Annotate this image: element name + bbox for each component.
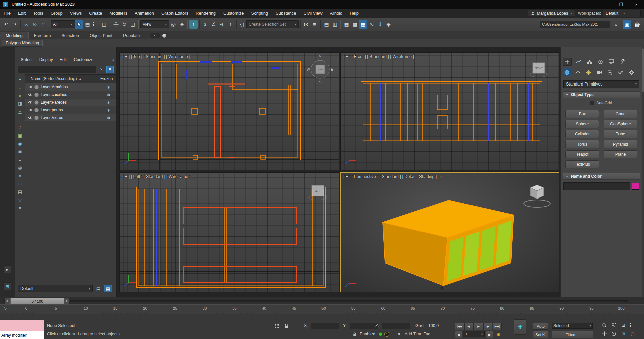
orbit-icon[interactable] <box>610 331 617 337</box>
bones-filter-icon[interactable]: / <box>16 123 24 131</box>
primitive-cone-button[interactable]: Cone <box>604 110 637 118</box>
window-crossing-toggle-icon[interactable]: ◫ <box>100 20 108 29</box>
layer-color-icon[interactable] <box>34 85 39 89</box>
primitive-textplus-button[interactable]: TextPlus <box>565 160 599 168</box>
align-icon[interactable]: ≡ <box>310 20 319 29</box>
geometry-filter-icon[interactable]: ● <box>16 75 24 83</box>
autogrid-checkbox[interactable] <box>590 101 594 105</box>
close-button[interactable]: × <box>629 0 644 9</box>
previous-frame-button[interactable]: < <box>4 298 10 304</box>
layer-stack-icon[interactable]: ▤ <box>95 285 102 292</box>
spacewarps-category-icon[interactable] <box>616 68 625 76</box>
ribbon-minimize-icon[interactable] <box>162 34 166 38</box>
tools-filter-icon[interactable]: ⊠ <box>16 148 24 156</box>
layer-color-icon[interactable] <box>34 108 39 112</box>
minimize-button[interactable]: – <box>598 0 613 9</box>
viewport-filter-icon[interactable]: ▽ <box>193 175 196 179</box>
layer-row[interactable]: Layer:Paredes∗ <box>25 99 116 106</box>
ribbon-tab-selection[interactable]: Selection <box>56 32 84 39</box>
select-and-scale-icon[interactable]: ◱ <box>129 20 137 29</box>
curve-editor-icon[interactable]: ∿ <box>367 20 376 29</box>
polygon-modeling-panel[interactable]: Polygon Modeling <box>2 40 43 47</box>
primitive-geosphere-button[interactable]: GeoSphere <box>604 120 637 128</box>
key-filters-select[interactable]: Selected▾ <box>552 323 593 329</box>
primitive-tube-button[interactable]: Tube <box>604 130 637 138</box>
select-and-rotate-icon[interactable]: ↻ <box>120 20 129 29</box>
menu-help[interactable]: Help <box>346 9 362 18</box>
helpers-filter-icon[interactable]: △ <box>16 107 24 115</box>
se-clear-search-icon[interactable]: × <box>98 66 105 73</box>
mini-lock-icon[interactable] <box>351 331 358 337</box>
menu-edit[interactable]: Edit <box>14 9 29 18</box>
primitive-torus-button[interactable]: Torus <box>565 140 599 148</box>
add-time-tag[interactable]: Add Time Tag <box>405 332 430 336</box>
visibility-eye-icon[interactable] <box>27 108 34 112</box>
object-class-select[interactable]: Standard Primitives ▾ <box>563 80 639 88</box>
mini-curve-editor-icon[interactable]: ∿ <box>3 306 7 311</box>
spinner-snap-icon[interactable]: ↕ <box>226 20 235 29</box>
go-to-end-button[interactable]: ▶▶| <box>493 323 502 330</box>
expand-panel-icon[interactable]: ▶ <box>3 265 11 273</box>
frozen-toggle-icon[interactable]: ∗ <box>101 100 116 105</box>
object-type-rollout[interactable]: ▼ Object Type <box>563 91 640 98</box>
frozen-toggle-icon[interactable]: ∗ <box>101 92 116 97</box>
menu-rendering[interactable]: Rendering <box>192 9 219 18</box>
transform-gizmo-icon[interactable] <box>273 323 281 329</box>
toolbar-overflow-icon[interactable]: » <box>612 20 621 29</box>
visibility-eye-icon[interactable] <box>27 116 34 119</box>
layer-row[interactable]: Layer:portas∗ <box>25 106 116 114</box>
filters-button[interactable]: Filters... <box>552 331 593 338</box>
play-button[interactable]: ▶ <box>474 323 483 330</box>
key-mode-toggle-icon[interactable]: ◉ <box>495 331 502 337</box>
motion-tab-icon[interactable] <box>596 58 605 66</box>
funnel-add-icon[interactable]: ▽ <box>16 196 24 204</box>
keyboard-shortcut-override-icon[interactable]: ↑ <box>189 20 198 29</box>
shapes-category-icon[interactable] <box>574 68 582 76</box>
se-menu-edit[interactable]: Edit <box>56 55 70 64</box>
next-frame-button[interactable]: |▶ <box>483 323 492 330</box>
frozen-toggle-icon[interactable]: ∗ <box>101 108 116 113</box>
cameras-category-icon[interactable] <box>595 68 603 76</box>
save-file-icon[interactable]: ⇓ <box>376 20 384 29</box>
layer-color-icon[interactable] <box>34 100 39 105</box>
open-explorer-icon[interactable]: ▦ <box>359 20 367 29</box>
se-column-header[interactable]: Name (Sorted Ascending) ▲ Frozen <box>25 74 116 83</box>
utilities-tab-icon[interactable] <box>618 58 627 66</box>
notes-filter-icon[interactable]: ▤ <box>16 188 24 196</box>
time-tag-icon[interactable]: ⚑ <box>395 331 403 337</box>
object-name-input[interactable] <box>563 182 630 190</box>
mirror-icon[interactable]: ⋈ <box>302 20 310 29</box>
time-slider-handle[interactable]: 0 / 100 <box>10 298 64 304</box>
hierarchy-tab-icon[interactable] <box>585 58 594 66</box>
menu-modifiers[interactable]: Modifiers <box>106 9 131 18</box>
selection-lock-icon[interactable] <box>283 323 290 329</box>
layer-row[interactable]: Layer:Armários∗ <box>25 83 116 91</box>
user-account-menu[interactable]: Margarida Lopes ▾ <box>528 10 575 16</box>
snap-toggle-3d-icon[interactable]: 3 <box>201 20 209 29</box>
cameras-filter-icon[interactable]: ◨ <box>16 99 24 107</box>
viewport-top[interactable]: [ + ] [ Top ] [ Standard ] [ Wireframe ]… <box>119 52 339 170</box>
viewport-config-icon[interactable]: ▢ <box>629 331 636 337</box>
viewport-label-left[interactable]: [ + ] [ Left ] [ Standard ] [ Wireframe … <box>122 174 191 179</box>
ribbon-tab-modeling[interactable]: Modeling <box>0 32 29 39</box>
select-object-icon[interactable] <box>75 20 83 29</box>
se-frozen-column-header[interactable]: Frozen <box>100 76 116 81</box>
visibility-eye-icon[interactable] <box>27 93 34 96</box>
viewport-label-perspective[interactable]: [ + ] [ Perspective ] [ Standard ] [ Def… <box>343 174 437 179</box>
primitive-cylinder-button[interactable]: Cylinder <box>565 130 599 138</box>
viewport-label-top[interactable]: [ + ] [ Top ] [ Standard ] [ Wireframe ] <box>122 54 190 59</box>
se-search-input[interactable] <box>18 66 96 73</box>
bind-to-spacewarp-icon[interactable]: ≈ <box>39 20 47 29</box>
zoom-extents-icon[interactable]: ⊡ <box>620 322 627 328</box>
spacewarps-filter-icon[interactable]: ≈ <box>16 115 24 123</box>
lights-filter-icon[interactable]: ☼ <box>16 91 24 99</box>
layer-row[interactable]: Layer:Vidros∗ <box>25 114 116 122</box>
named-selection-set-select[interactable]: Create Selection Set▾ <box>246 20 299 28</box>
create-tab-icon[interactable] <box>563 58 572 66</box>
primitive-plane-button[interactable]: Plane <box>604 150 637 158</box>
render-production-teapot-icon[interactable]: ☕ <box>633 20 641 29</box>
menu-customize[interactable]: Customize <box>219 9 247 18</box>
use-pivot-center-icon[interactable]: ◎ <box>169 20 178 29</box>
se-menu-select[interactable]: Select <box>17 55 36 64</box>
containers-filter-icon[interactable]: ▣ <box>16 131 24 139</box>
